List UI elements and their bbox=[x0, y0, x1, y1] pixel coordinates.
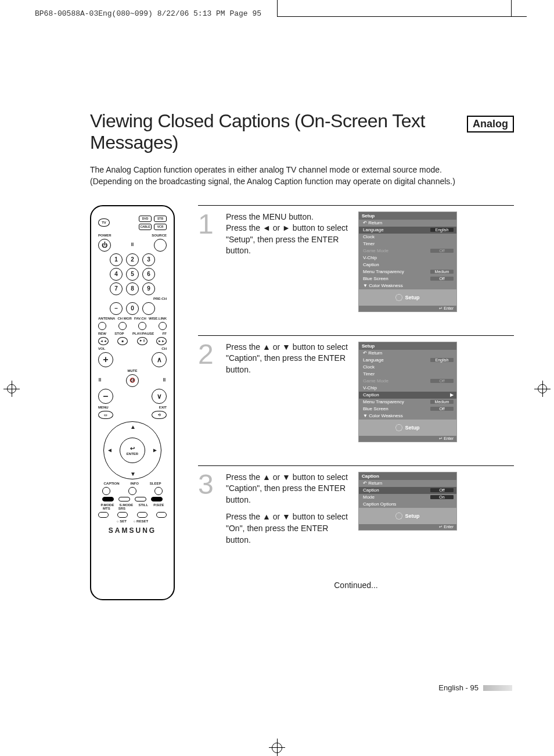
osd-screenshot: Setup ↶ ReturnLanguageEnglishClockTimerG… bbox=[358, 342, 457, 442]
menu-button: ▭ bbox=[98, 411, 113, 419]
reset-label: ○ RESET bbox=[134, 519, 148, 523]
osd-row: LanguageEnglish bbox=[359, 227, 456, 234]
osd-row-label: Menu Transparency bbox=[363, 399, 404, 404]
down-arrow-icon: ▼ bbox=[130, 471, 136, 477]
osd-row: LanguageEnglish bbox=[359, 357, 456, 364]
registration-mark bbox=[534, 381, 551, 397]
dots-icon: ⠿ bbox=[163, 378, 167, 383]
ch-down-button: ∨ bbox=[152, 389, 167, 404]
num-5: 5 bbox=[126, 268, 139, 281]
osd-row: Timer bbox=[359, 371, 456, 378]
chmgr-label: CH MGR bbox=[117, 317, 131, 320]
vol-down-button: – bbox=[98, 389, 113, 404]
left-arrow-icon: ◄ bbox=[107, 447, 113, 453]
step-number: 1 bbox=[198, 212, 215, 237]
wiselink-button bbox=[159, 322, 167, 330]
osd-row: Menu TransparencyMedium bbox=[359, 268, 456, 275]
gear-icon bbox=[395, 424, 402, 431]
prech-button bbox=[142, 302, 155, 315]
pill-icon bbox=[135, 497, 146, 501]
osd-footer: Setup bbox=[359, 289, 456, 306]
osd-row: Caption Options bbox=[359, 501, 456, 508]
osd-row: ↶ Return bbox=[359, 480, 456, 487]
osd-row: V-Chip bbox=[359, 385, 456, 392]
enter-button: ↩ENTER bbox=[120, 438, 145, 463]
vcr-button: VCR bbox=[154, 224, 167, 230]
osd-row-label: Caption bbox=[363, 488, 379, 493]
step-text: Press the MENU button.Press the ◄ or ► b… bbox=[226, 212, 348, 263]
right-arrow-icon: ► bbox=[152, 447, 158, 453]
crop-mark bbox=[277, 0, 278, 16]
ff-button: ►► bbox=[156, 337, 167, 345]
osd-row-label: ▼ Color Weakness bbox=[363, 413, 403, 418]
osd-screenshot: Setup ↶ ReturnLanguageEnglishClockTimerG… bbox=[358, 212, 457, 312]
osd-row-label: Caption bbox=[363, 392, 379, 397]
crop-mark bbox=[277, 16, 527, 17]
osd-row: Game ModeOff bbox=[359, 378, 456, 385]
page-title: Viewing Closed Captions (On-Screen Text … bbox=[90, 110, 461, 153]
steps-column: 1 Press the MENU button.Press the ◄ or ►… bbox=[198, 205, 514, 590]
srs-label: SRS bbox=[118, 507, 125, 510]
stb-button: STB bbox=[154, 216, 167, 222]
num-3: 3 bbox=[142, 253, 155, 266]
osd-row: Game ModeOff bbox=[359, 248, 456, 255]
analog-badge: Analog bbox=[467, 116, 514, 132]
dash-button: – bbox=[110, 302, 123, 315]
pill-icon bbox=[151, 497, 163, 501]
continued-label: Continued... bbox=[198, 581, 514, 590]
osd-row: CaptionOff bbox=[359, 487, 456, 494]
step-text: Press the ▲ or ▼ button to select "Capti… bbox=[226, 342, 348, 382]
osd-row-label: ↶ Return bbox=[363, 350, 382, 356]
psize-label: P.SIZE bbox=[153, 503, 164, 507]
osd-row-label: Mode bbox=[363, 495, 375, 500]
num-4: 4 bbox=[110, 268, 123, 281]
osd-row: Clock bbox=[359, 364, 456, 371]
osd-row: Blue ScreenOff bbox=[359, 275, 456, 282]
page-footer: English - 95 bbox=[438, 683, 512, 692]
osd-row-label: Language bbox=[363, 227, 384, 232]
rew-label: REW bbox=[98, 332, 106, 335]
ff-label: FF bbox=[163, 332, 167, 335]
favch-label: FAV.CH bbox=[134, 317, 146, 320]
osd-enter-hint: ↵ Enter bbox=[359, 306, 456, 311]
step: 3 Press the ▲ or ▼ button to select "Cap… bbox=[198, 465, 514, 575]
rew-button: ◄◄ bbox=[98, 337, 109, 345]
set-label: ○ SET bbox=[117, 519, 127, 523]
antenna-button bbox=[98, 322, 106, 330]
pill-icon bbox=[118, 497, 130, 501]
osd-row-label: Timer bbox=[363, 241, 375, 246]
wiselink-label: WISE.LINK bbox=[149, 317, 167, 320]
up-arrow-icon: ▲ bbox=[130, 424, 136, 430]
mts-label: MTS bbox=[103, 507, 110, 510]
osd-row-label: Clock bbox=[363, 364, 375, 370]
osd-row: Caption▶ bbox=[359, 392, 456, 399]
chmgr-button bbox=[118, 322, 127, 330]
osd-row: Menu TransparencyMedium bbox=[359, 399, 456, 406]
play-label: PLAY/PAUSE bbox=[132, 332, 154, 335]
exit-label: EXIT bbox=[159, 406, 167, 409]
mute-label: MUTE bbox=[128, 369, 138, 372]
osd-enter-hint: ↵ Enter bbox=[359, 436, 456, 442]
prech-label: PRE-CH bbox=[153, 297, 167, 300]
osd-row-label: Game Mode bbox=[363, 248, 388, 253]
osd-title: Setup bbox=[359, 212, 456, 220]
antenna-label: ANTENNA bbox=[98, 317, 115, 320]
mts-button bbox=[98, 512, 109, 518]
num-2: 2 bbox=[126, 253, 139, 266]
exit-button: ⟲ bbox=[152, 411, 167, 419]
osd-row-label: Game Mode bbox=[363, 378, 388, 384]
source-label: SOURCE bbox=[152, 234, 167, 237]
osd-row-label: Timer bbox=[363, 371, 375, 377]
mute-button: 🔇 bbox=[126, 374, 139, 387]
srs-button bbox=[117, 512, 128, 518]
still-label: STILL bbox=[138, 503, 148, 507]
page-content: Viewing Closed Captions (On-Screen Text … bbox=[90, 110, 514, 600]
stop-label: STOP bbox=[114, 332, 124, 335]
pill-icon bbox=[102, 497, 114, 501]
vol-label: VOL bbox=[98, 347, 105, 350]
osd-row-label: Menu Transparency bbox=[363, 269, 404, 274]
osd-row: ModeOn bbox=[359, 494, 456, 501]
favch-button bbox=[138, 322, 146, 330]
osd-row: Timer bbox=[359, 241, 456, 248]
osd-row: V-Chip bbox=[359, 255, 456, 261]
